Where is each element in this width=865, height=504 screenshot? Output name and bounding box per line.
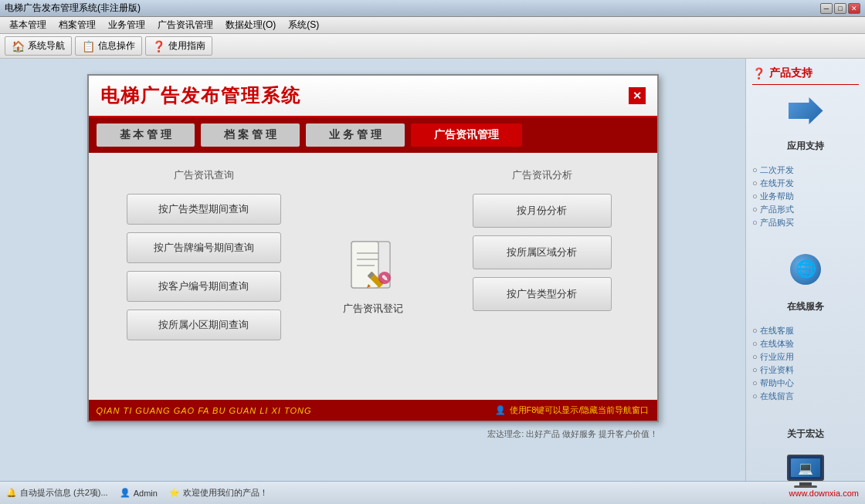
globe-icon: 🌐 (790, 254, 821, 285)
analysis-by-month[interactable]: 按月份分析 (473, 194, 612, 228)
link-dev2[interactable]: 二次开发 (752, 164, 859, 177)
app-title: 电梯广告发布管理系统(非注册版) (5, 2, 820, 15)
link-guestbook[interactable]: 在线留言 (752, 390, 859, 403)
query-section: 广告资讯查询 按广告类型期间查询 按广告牌编号期间查询 按客户编号期间查询 按所… (104, 168, 304, 384)
link-experience[interactable]: 在线体验 (752, 337, 859, 350)
tab-adinfo[interactable]: 广告资讯管理 (411, 123, 522, 147)
register-label: 广告资讯登记 (343, 302, 403, 316)
svg-text:✎: ✎ (382, 274, 388, 282)
menu-archive[interactable]: 档案管理 (53, 17, 102, 33)
left-panel: 电梯广告发布管理系统 ✕ 基 本 管 理 档 案 管 理 业 务 管 理 广告资… (0, 59, 745, 481)
notify-icon: 🔔 (6, 488, 17, 498)
analysis-by-type[interactable]: 按广告类型分析 (473, 277, 612, 311)
section-title-service: 在线服务 (752, 300, 859, 313)
app-header: 电梯广告发布管理系统 ✕ (89, 76, 657, 117)
main-area: 电梯广告发布管理系统 ✕ 基 本 管 理 档 案 管 理 业 务 管 理 广告资… (0, 59, 865, 481)
nav-tabs: 基 本 管 理 档 案 管 理 业 务 管 理 广告资讯管理 (89, 117, 657, 153)
status-marquee: QIAN TI GUANG GAO FA BU GUAN LI XI TONG (97, 406, 312, 415)
close-button[interactable]: ✕ (848, 3, 860, 14)
arrow-icon (789, 97, 823, 124)
service-links: 在线客服 在线体验 行业应用 行业资料 帮助中心 在线留言 (752, 324, 859, 403)
center-register-area[interactable]: ✎ 广告资讯登记 (327, 168, 419, 384)
bottom-bar: 🔔 自动提示信息 (共2项)... 👤 Admin ⭐ 欢迎使用我们的产品！ w… (0, 481, 865, 504)
right-panel-title: 产品支持 (769, 66, 812, 80)
star-icon: ⭐ (169, 488, 180, 498)
monitor-icon-area: 💻 (752, 455, 859, 489)
analysis-title: 广告资讯分析 (512, 168, 572, 182)
welcome-text: 欢迎使用我们的产品！ (183, 487, 268, 499)
status-hint: 使用F8键可以显示/隐藏当前导航窗口 (510, 404, 650, 416)
app-window-title: 电梯广告发布管理系统 (100, 83, 301, 108)
apply-links: 二次开发 在线开发 业务帮助 产品形式 产品购买 (752, 164, 859, 229)
analysis-by-region[interactable]: 按所属区域分析 (473, 235, 612, 269)
link-industry-app[interactable]: 行业应用 (752, 350, 859, 364)
globe-icon-area: 🌐 (752, 254, 859, 285)
register-icon: ✎ (348, 238, 398, 296)
help-icon: ❓ (152, 40, 165, 52)
right-panel-header: ❓ 产品支持 (752, 66, 859, 85)
menu-ad-info[interactable]: 广告资讯管理 (151, 17, 219, 33)
menu-data[interactable]: 数据处理(O) (219, 17, 282, 33)
menu-business[interactable]: 业务管理 (102, 17, 151, 33)
section-title-apply: 应用支持 (752, 140, 859, 153)
app-status-bar: QIAN TI GUANG GAO FA BU GUAN LI XI TONG … (89, 400, 657, 421)
menu-basic[interactable]: 基本管理 (3, 17, 53, 33)
watermark: www.downxia.com (789, 489, 859, 498)
query-by-area[interactable]: 按所属小区期间查询 (127, 310, 281, 340)
nav-label: 系统导航 (28, 39, 65, 52)
query-title: 广告资讯查询 (174, 168, 234, 182)
link-product-form[interactable]: 产品形式 (752, 203, 859, 216)
arrow-icon-area (752, 97, 859, 124)
window-controls: ─ □ ✕ (820, 3, 860, 14)
info-icon: 📋 (82, 40, 95, 52)
tab-basic[interactable]: 基 本 管 理 (97, 123, 195, 147)
link-online-dev[interactable]: 在线开发 (752, 177, 859, 190)
tab-archive[interactable]: 档 案 管 理 (201, 123, 300, 147)
status-info: 👤 使用F8键可以显示/隐藏当前导航窗口 (495, 404, 650, 416)
slogan: 宏达理念: 出好产品 做好服务 提升客户价值！ (87, 428, 659, 440)
person-icon: 👤 (495, 405, 506, 415)
menu-system[interactable]: 系统(S) (282, 17, 325, 33)
right-panel: ❓ 产品支持 应用支持 二次开发 在线开发 业务帮助 产品形式 产品购买 🌐 在… (745, 59, 865, 481)
query-by-type[interactable]: 按广告类型期间查询 (127, 194, 281, 225)
app-window: 电梯广告发布管理系统 ✕ 基 本 管 理 档 案 管 理 业 务 管 理 广告资… (87, 74, 659, 422)
user-name: Admin (134, 489, 158, 498)
user-item: 👤 Admin (120, 488, 158, 498)
link-biz-help[interactable]: 业务帮助 (752, 190, 859, 203)
notify-text: 自动提示信息 (共2项)... (20, 487, 108, 499)
analysis-section: 广告资讯分析 按月份分析 按所属区域分析 按广告类型分析 (443, 168, 642, 384)
app-close-button[interactable]: ✕ (629, 87, 646, 104)
link-help-center[interactable]: 帮助中心 (752, 377, 859, 390)
title-bar: 电梯广告发布管理系统(非注册版) ─ □ ✕ (0, 0, 865, 17)
toolbar: 🏠 系统导航 📋 信息操作 ❓ 使用指南 (0, 34, 865, 59)
welcome-item: ⭐ 欢迎使用我们的产品！ (169, 487, 268, 499)
link-buy[interactable]: 产品购买 (752, 216, 859, 229)
menu-bar: 基本管理 档案管理 业务管理 广告资讯管理 数据处理(O) 系统(S) (0, 17, 865, 34)
tab-business[interactable]: 业 务 管 理 (306, 123, 405, 147)
link-online-service[interactable]: 在线客服 (752, 324, 859, 337)
content-area: 广告资讯查询 按广告类型期间查询 按广告牌编号期间查询 按客户编号期间查询 按所… (89, 153, 657, 400)
monitor-icon: 💻 (785, 455, 827, 489)
link-industry-data[interactable]: 行业资料 (752, 364, 859, 377)
maximize-button[interactable]: □ (834, 3, 846, 14)
help-label: 使用指南 (168, 39, 205, 52)
user-icon: 👤 (120, 488, 131, 498)
info-label: 信息操作 (98, 39, 135, 52)
info-button[interactable]: 📋 信息操作 (75, 36, 142, 56)
minimize-button[interactable]: ─ (820, 3, 833, 14)
notify-item: 🔔 自动提示信息 (共2项)... (6, 487, 108, 499)
section-title-about: 关于宏达 (752, 428, 859, 441)
nav-icon: 🏠 (12, 40, 25, 52)
query-by-id[interactable]: 按广告牌编号期间查询 (127, 232, 281, 263)
help-button[interactable]: ❓ 使用指南 (145, 36, 212, 56)
nav-button[interactable]: 🏠 系统导航 (5, 36, 72, 56)
query-by-customer[interactable]: 按客户编号期间查询 (127, 271, 281, 302)
question-icon: ❓ (752, 67, 765, 79)
